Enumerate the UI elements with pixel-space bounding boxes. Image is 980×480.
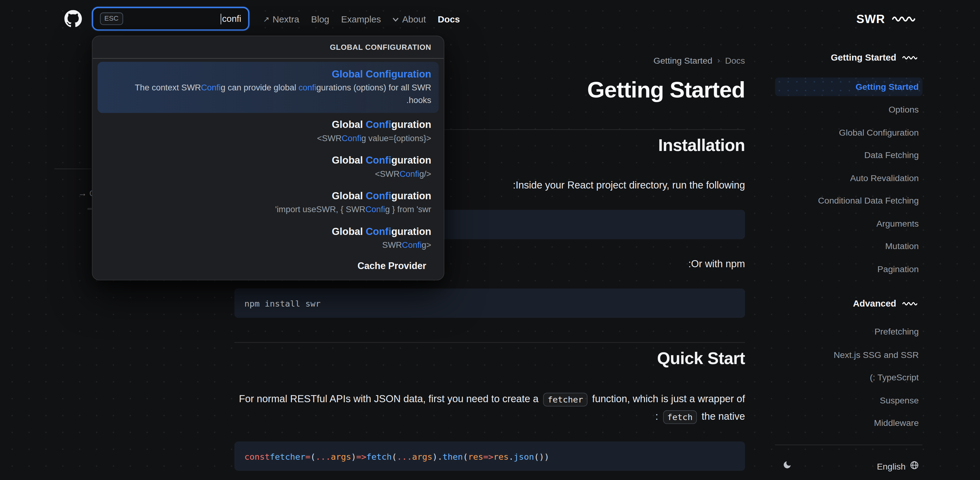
breadcrumb-separator-icon: › xyxy=(718,54,720,67)
swr-docs-page: ESC confi ↗ Nextra Blog Examples About xyxy=(0,0,980,480)
search-result[interactable]: Global Configuration <SWRConfig value={o… xyxy=(97,113,439,149)
wave-section-icon xyxy=(902,300,919,307)
nav-link-nextra[interactable]: ↗ Nextra xyxy=(263,14,299,24)
toc-item-options[interactable]: Options xyxy=(775,98,923,121)
result-description-line1: The context SWRConfig can provide global… xyxy=(105,82,431,94)
toc-item-pagination[interactable]: Pagination xyxy=(775,258,923,280)
result-snippet: SWRConfig> xyxy=(105,239,431,252)
search-result[interactable]: Global Configuration SWRConfig> xyxy=(97,220,439,255)
swr-logo[interactable]: SWR xyxy=(856,0,918,38)
toc-item-data-fetching[interactable]: Data Fetching xyxy=(775,144,923,166)
external-link-icon: ↗ xyxy=(263,15,269,23)
result-title: Global Configuration xyxy=(105,66,431,82)
quick-start-paragraph-line2: : fetch the native xyxy=(234,408,745,425)
toc-item-conditional-data-fetching[interactable]: Conditional Data Fetching xyxy=(775,189,923,212)
nav-link-docs[interactable]: Docs xyxy=(438,14,460,24)
toc-item-mutation[interactable]: Mutation xyxy=(775,235,923,258)
moon-icon xyxy=(782,460,791,472)
breadcrumb-current-page: Getting Started xyxy=(654,54,712,67)
result-snippet: <SWRConfig value={options}> xyxy=(105,132,431,145)
result-title: Global Configuration xyxy=(105,189,431,204)
code-block-npm-install: npm install swr xyxy=(234,288,745,318)
language-label: English xyxy=(877,461,905,471)
section-divider xyxy=(234,342,745,343)
result-title: Global Configuration xyxy=(105,153,431,168)
chevron-down-icon xyxy=(393,16,399,22)
search-results-dropdown: GLOBAL CONFIGURATION Global Configuratio… xyxy=(92,36,444,280)
search-result[interactable]: Global Configuration 'import useSWR, { S… xyxy=(97,184,439,220)
toc-item-nextjs-ssg-ssr[interactable]: Next.js SSG and SSR xyxy=(775,343,923,366)
esc-key-badge: ESC xyxy=(100,13,123,25)
result-title: Global Configuration xyxy=(105,224,431,239)
left-toc-fragment-mark xyxy=(88,208,92,210)
code-block-fetcher: const fetcher = (...args) => fetch(...ar… xyxy=(234,442,745,471)
language-selector[interactable]: English xyxy=(877,461,919,472)
toc-item-suspense[interactable]: Suspense xyxy=(775,389,923,412)
search-result[interactable]: Global Configuration <SWRConfig/> xyxy=(97,149,439,184)
result-description-line2: .hooks xyxy=(105,94,431,107)
results-section-header: GLOBAL CONFIGURATION xyxy=(93,36,444,59)
wave-logo-icon xyxy=(891,14,918,24)
nav-link-about[interactable]: About xyxy=(393,14,426,24)
results-list: Global Configuration The context SWRConf… xyxy=(93,59,444,271)
search-query: confi xyxy=(221,14,241,24)
logo-text: SWR xyxy=(856,12,885,26)
theme-toggle-button[interactable] xyxy=(779,458,795,474)
page-toc-sidebar: Getting Started Getting Started Options … xyxy=(775,51,923,480)
wave-section-icon xyxy=(902,54,919,61)
quick-start-paragraph-line1: For normal RESTful APIs with JSON data, … xyxy=(234,390,745,408)
nav-links: ↗ Nextra Blog Examples About Docs xyxy=(263,0,460,38)
toc-item-middleware[interactable]: Middleware xyxy=(775,412,923,434)
toc-item-global-configuration[interactable]: Global Configuration xyxy=(775,121,923,144)
toc-item-prefetching[interactable]: Prefetching xyxy=(775,320,923,343)
navbar: ESC confi ↗ Nextra Blog Examples About xyxy=(0,0,980,38)
breadcrumb-docs-link[interactable]: Docs xyxy=(725,54,745,67)
search-input[interactable]: ESC confi xyxy=(92,7,249,30)
quick-start-heading: Quick Start xyxy=(234,347,745,370)
nav-link-blog[interactable]: Blog xyxy=(311,14,329,24)
sidebar-footer: English xyxy=(775,445,923,480)
result-title: Global Configuration xyxy=(105,117,431,133)
text-caret xyxy=(221,14,222,24)
toc-section-advanced[interactable]: Advanced xyxy=(775,297,923,310)
left-toc-divider xyxy=(54,168,91,169)
globe-icon xyxy=(910,461,919,472)
result-snippet: 'import useSWR, { SWRConfig } from 'swr xyxy=(105,204,431,216)
nav-link-examples[interactable]: Examples xyxy=(341,14,381,24)
github-icon[interactable] xyxy=(64,10,82,27)
toc-item-typescript[interactable]: (: TypeScript xyxy=(775,366,923,389)
toc-item-arguments[interactable]: Arguments xyxy=(775,212,923,234)
toc-item-auto-revalidation[interactable]: Auto Revalidation xyxy=(775,166,923,189)
search-result-selected[interactable]: Global Configuration The context SWRConf… xyxy=(97,62,439,113)
result-snippet: <SWRConfig/> xyxy=(105,168,431,181)
toc-item-getting-started-active[interactable]: Getting Started xyxy=(775,78,923,96)
results-next-section-header: Cache Provider xyxy=(97,255,439,271)
toc-section-getting-started[interactable]: Getting Started xyxy=(775,51,923,64)
